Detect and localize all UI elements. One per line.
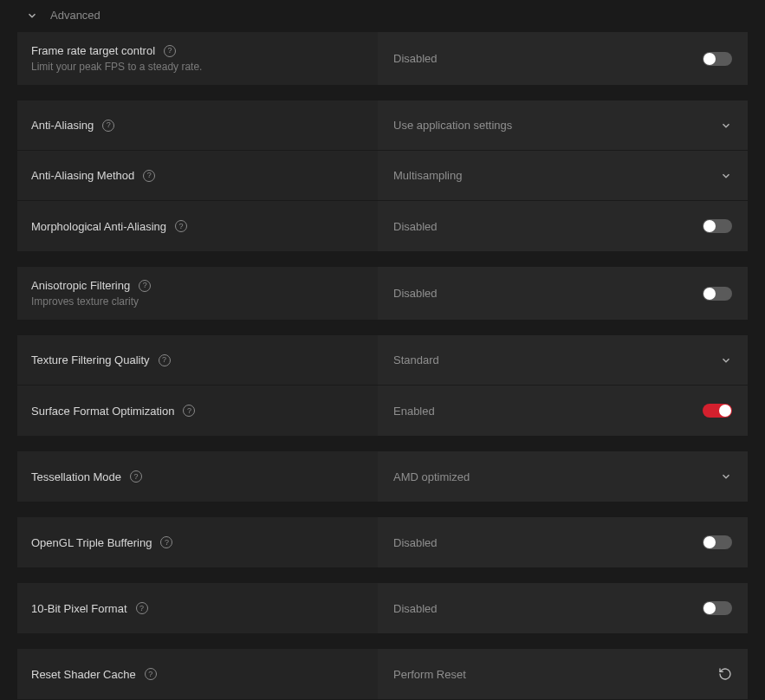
- help-icon[interactable]: ?: [164, 45, 176, 57]
- settings-group: Anisotropic Filtering ? Improves texture…: [17, 267, 748, 320]
- settings-group: Anti-Aliasing ? Use application settings…: [17, 100, 748, 251]
- setting-value: Disabled: [393, 287, 438, 300]
- chevron-down-icon: [26, 10, 38, 22]
- chevron-down-icon: [720, 170, 732, 182]
- setting-value: AMD optimized: [393, 470, 470, 483]
- row-morphological-aa: Morphological Anti-Aliasing ? Disabled: [17, 201, 748, 251]
- setting-value: Disabled: [393, 602, 438, 615]
- toggle-10-bit[interactable]: [703, 601, 732, 615]
- section-title: Advanced: [50, 9, 100, 22]
- help-icon[interactable]: ?: [136, 602, 148, 614]
- row-anti-aliasing-method[interactable]: Anti-Aliasing Method ? Multisampling: [17, 151, 748, 201]
- toggle-opengl-triple[interactable]: [703, 535, 732, 549]
- setting-label: Anisotropic Filtering: [31, 279, 130, 292]
- settings-group: Reset Shader Cache ? Perform Reset: [17, 649, 748, 699]
- setting-value: Standard: [393, 353, 439, 366]
- toggle-surface-format[interactable]: [703, 404, 732, 418]
- row-right: Disabled: [378, 32, 748, 85]
- row-frame-rate-target: Frame rate target control ? Limit your p…: [17, 32, 748, 85]
- settings-group: Texture Filtering Quality ? Standard Sur…: [17, 335, 748, 436]
- chevron-down-icon: [720, 470, 732, 483]
- reset-icon[interactable]: [718, 667, 732, 681]
- setting-value: Use application settings: [393, 119, 512, 132]
- toggle-frame-rate[interactable]: [703, 52, 732, 66]
- row-tessellation-mode[interactable]: Tessellation Mode ? AMD optimized: [17, 451, 748, 502]
- help-icon[interactable]: ?: [102, 120, 114, 132]
- settings-group: OpenGL Triple Buffering ? Disabled: [17, 517, 748, 567]
- setting-value: Disabled: [393, 536, 438, 549]
- chevron-down-icon: [720, 120, 732, 132]
- help-icon[interactable]: ?: [175, 220, 187, 232]
- row-opengl-triple-buffering: OpenGL Triple Buffering ? Disabled: [17, 517, 748, 567]
- settings-group: Tessellation Mode ? AMD optimized: [17, 451, 748, 502]
- setting-subtext: Limit your peak FPS to a steady rate.: [31, 61, 364, 73]
- help-icon[interactable]: ?: [143, 170, 155, 182]
- setting-subtext: Improves texture clarity: [31, 295, 364, 308]
- setting-label: Surface Format Optimization: [31, 405, 174, 418]
- setting-label: Frame rate target control: [31, 44, 155, 57]
- setting-label: Morphological Anti-Aliasing: [31, 220, 166, 233]
- setting-label: Tessellation Mode: [31, 470, 121, 483]
- row-anisotropic-filtering: Anisotropic Filtering ? Improves texture…: [17, 267, 748, 320]
- row-anti-aliasing[interactable]: Anti-Aliasing ? Use application settings: [17, 100, 748, 151]
- label-line: Frame rate target control ?: [31, 44, 364, 57]
- row-reset-shader-cache: Reset Shader Cache ? Perform Reset: [17, 649, 748, 699]
- help-icon[interactable]: ?: [139, 280, 151, 292]
- help-icon[interactable]: ?: [159, 354, 171, 366]
- help-icon[interactable]: ?: [145, 668, 157, 680]
- settings-group: 10-Bit Pixel Format ? Disabled: [17, 583, 748, 633]
- setting-value: Disabled: [393, 52, 438, 65]
- setting-value: Disabled: [393, 220, 438, 233]
- row-surface-format-optimization: Surface Format Optimization ? Enabled: [17, 386, 748, 436]
- chevron-down-icon: [720, 354, 732, 366]
- setting-label: Texture Filtering Quality: [31, 353, 150, 366]
- setting-label: Anti-Aliasing: [31, 119, 94, 132]
- row-left: Frame rate target control ? Limit your p…: [17, 32, 378, 85]
- setting-label: OpenGL Triple Buffering: [31, 536, 152, 549]
- setting-label: Anti-Aliasing Method: [31, 169, 134, 182]
- setting-label: Reset Shader Cache: [31, 668, 136, 681]
- setting-value: Perform Reset: [393, 668, 466, 681]
- help-icon[interactable]: ?: [130, 470, 142, 483]
- setting-label: 10-Bit Pixel Format: [31, 602, 127, 615]
- settings-group: Frame rate target control ? Limit your p…: [17, 32, 748, 85]
- setting-value: Enabled: [393, 405, 435, 418]
- row-texture-filtering-quality[interactable]: Texture Filtering Quality ? Standard: [17, 335, 748, 386]
- setting-value: Multisampling: [393, 169, 462, 182]
- section-header-advanced[interactable]: Advanced: [0, 0, 765, 32]
- help-icon[interactable]: ?: [160, 536, 172, 548]
- toggle-anisotropic[interactable]: [703, 287, 732, 301]
- toggle-morphological-aa[interactable]: [703, 219, 732, 233]
- help-icon[interactable]: ?: [183, 405, 195, 417]
- row-10-bit-pixel-format: 10-Bit Pixel Format ? Disabled: [17, 583, 748, 633]
